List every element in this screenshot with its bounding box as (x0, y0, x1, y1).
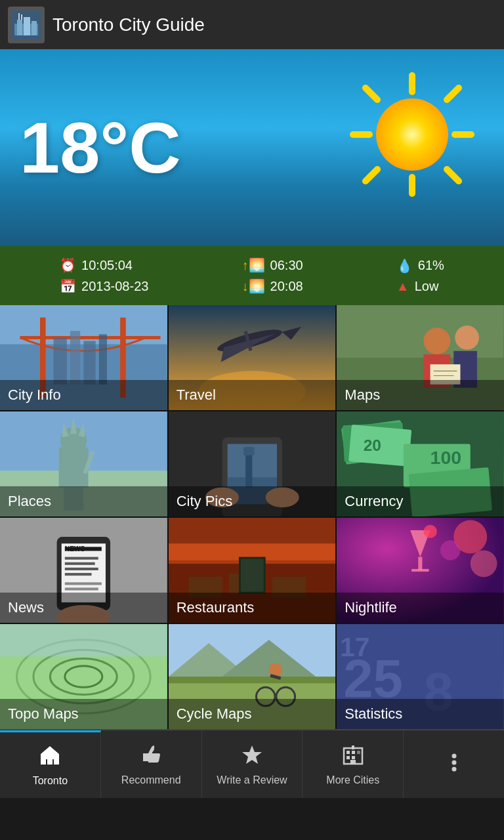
svg-rect-124 (352, 756, 355, 759)
conditions-col: 💧 61% ▲ Low (396, 258, 444, 294)
svg-point-128 (452, 760, 456, 765)
svg-rect-27 (99, 334, 107, 384)
svg-text:20: 20 (364, 436, 381, 454)
category-grid: City Info Travel (0, 305, 504, 729)
dots-icon (442, 751, 466, 778)
grid-cell-cycle-maps[interactable]: Cycle Maps (169, 624, 336, 729)
svg-rect-76 (65, 568, 98, 570)
svg-rect-103 (0, 624, 167, 656)
grid-cell-news[interactable]: NEWS News (0, 518, 167, 623)
svg-rect-5 (18, 13, 20, 20)
svg-marker-118 (242, 746, 262, 764)
svg-rect-6 (21, 14, 22, 20)
sunrise-time: 06:30 (270, 258, 303, 273)
thumbsup-icon (139, 743, 163, 770)
svg-rect-117 (47, 759, 52, 765)
weather-banner: 18°C (0, 49, 504, 246)
svg-point-92 (471, 550, 497, 577)
wind-icon: ▲ (396, 279, 410, 294)
cycle-maps-label: Cycle Maps (169, 699, 336, 729)
app-header: Toronto City Guide (0, 0, 504, 49)
time-row: ⏰ 10:05:04 (60, 257, 148, 273)
nav-label-toronto: Toronto (33, 775, 68, 787)
svg-rect-75 (65, 562, 95, 565)
nav-label-more-cities: More Cities (326, 774, 379, 786)
travel-label: Travel (169, 380, 336, 410)
svg-rect-121 (352, 751, 355, 754)
star-icon (240, 743, 264, 770)
grid-cell-nightlife[interactable]: Nightlife (337, 518, 504, 623)
svg-line-13 (447, 88, 459, 100)
bottom-navigation: TorontoRecommendWrite a ReviewMore Citie… (0, 729, 504, 798)
page-title: Toronto City Guide (52, 14, 205, 35)
svg-point-127 (452, 753, 456, 758)
svg-rect-120 (346, 751, 350, 754)
weather-info-strip: ⏰ 10:05:04 📅 2013-08-23 ↑🌅 06:30 ↓🌅 20:0… (0, 246, 504, 305)
nav-label-review: Write a Review (217, 774, 287, 786)
wind-row: ▲ Low (396, 279, 444, 294)
grid-cell-city-info[interactable]: City Info (0, 305, 167, 410)
clock-icon: ⏰ (60, 257, 76, 273)
news-label: News (0, 593, 167, 623)
grid-cell-travel[interactable]: Travel (169, 305, 336, 410)
city-info-label: City Info (0, 380, 167, 410)
grid-cell-currency[interactable]: 20 100 Currency (337, 411, 504, 516)
svg-point-36 (424, 327, 451, 354)
grid-cell-topo-maps[interactable]: Topo Maps (0, 624, 167, 729)
app-logo (8, 7, 45, 43)
grid-cell-restaurants[interactable]: Restaurants (169, 518, 336, 623)
time-date-col: ⏰ 10:05:04 📅 2013-08-23 (60, 257, 148, 294)
svg-line-11 (366, 88, 377, 100)
nav-item-toronto[interactable]: Toronto (0, 730, 101, 798)
svg-rect-25 (70, 331, 80, 384)
nav-item-recommend[interactable]: Recommend (101, 730, 202, 798)
sunrise-icon: ↑🌅 (242, 257, 265, 273)
nav-label-recommend: Recommend (121, 774, 181, 786)
nav-item-more-cities[interactable]: More Cities (303, 730, 404, 798)
svg-rect-4 (32, 21, 37, 35)
svg-rect-77 (65, 573, 92, 576)
current-time: 10:05:04 (81, 258, 133, 273)
svg-point-93 (440, 540, 461, 560)
grid-cell-statistics[interactable]: 25 8 17 Statistics (337, 624, 504, 729)
humidity-icon: 💧 (396, 258, 413, 274)
places-label: Places (0, 486, 167, 516)
nav-item-review[interactable]: Write a Review (202, 730, 303, 798)
grid-cell-places[interactable]: Places (0, 411, 167, 516)
svg-rect-78 (65, 582, 102, 585)
home-icon (38, 744, 62, 771)
svg-rect-96 (411, 569, 429, 572)
svg-text:100: 100 (430, 447, 462, 468)
restaurants-label: Restaurants (169, 593, 336, 623)
svg-text:NEWS: NEWS (65, 545, 85, 553)
svg-rect-126 (352, 746, 354, 749)
svg-point-37 (455, 326, 480, 350)
date-row: 📅 2013-08-23 (60, 278, 148, 294)
topo-maps-label: Topo Maps (0, 699, 167, 729)
nightlife-label: Nightlife (337, 593, 504, 623)
svg-rect-3 (24, 17, 30, 35)
sunrise-row: ↑🌅 06:30 (242, 257, 303, 273)
svg-rect-58 (243, 448, 254, 455)
grid-cell-city-pics[interactable]: City Pics (169, 411, 336, 516)
sun-icon (346, 69, 478, 200)
svg-rect-26 (83, 341, 95, 385)
nav-item-more-menu[interactable] (404, 730, 504, 798)
svg-rect-125 (350, 760, 356, 764)
svg-rect-2 (17, 20, 22, 35)
svg-point-15 (376, 98, 448, 171)
sun-times-col: ↑🌅 06:30 ↓🌅 20:08 (242, 257, 303, 294)
statistics-label: Statistics (337, 699, 504, 729)
sunset-row: ↓🌅 20:08 (242, 278, 303, 294)
humidity-value: 61% (418, 258, 444, 273)
city-pics-label: City Pics (169, 486, 336, 516)
wind-value: Low (415, 279, 439, 294)
calendar-icon: 📅 (60, 278, 76, 294)
svg-point-129 (452, 766, 456, 771)
maps-label: Maps (337, 380, 504, 410)
svg-point-97 (424, 525, 437, 538)
svg-rect-24 (53, 337, 66, 384)
sunset-time: 20:08 (270, 279, 303, 294)
grid-cell-maps[interactable]: Maps (337, 305, 504, 410)
svg-rect-79 (65, 587, 98, 590)
